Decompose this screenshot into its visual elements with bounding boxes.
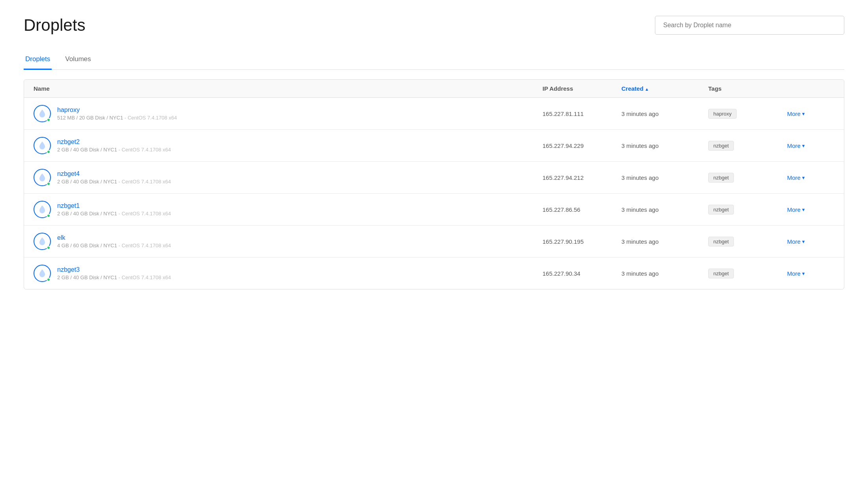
droplet-svg-icon xyxy=(38,109,47,118)
droplet-svg-icon xyxy=(38,173,47,182)
droplet-name[interactable]: nzbget1 xyxy=(57,202,171,209)
droplet-os: - CentOS 7.4.1708 x64 xyxy=(118,211,171,217)
ip-address: 165.227.86.56 xyxy=(542,206,621,213)
droplet-info: haproxy 512 MB / 20 GB Disk / NYC1 - Cen… xyxy=(57,106,177,121)
col-actions xyxy=(787,85,834,92)
status-dot xyxy=(47,214,51,218)
droplet-cell: elk 4 GB / 60 GB Disk / NYC1 - CentOS 7.… xyxy=(34,233,542,250)
ip-address: 165.227.94.229 xyxy=(542,142,621,149)
tags-cell: nzbget xyxy=(708,269,787,278)
page-header: Droplets xyxy=(24,16,844,35)
droplet-info: nzbget1 2 GB / 40 GB Disk / NYC1 - CentO… xyxy=(57,202,171,217)
droplet-cell: nzbget1 2 GB / 40 GB Disk / NYC1 - CentO… xyxy=(34,201,542,218)
actions-cell: More xyxy=(787,238,834,245)
created-time: 3 minutes ago xyxy=(621,270,708,277)
droplet-spec: 2 GB / 40 GB Disk / NYC1 - CentOS 7.4.17… xyxy=(57,274,171,280)
droplet-icon xyxy=(34,105,51,122)
tag-badge[interactable]: nzbget xyxy=(708,205,734,215)
actions-cell: More xyxy=(787,174,834,181)
table-row: nzbget1 2 GB / 40 GB Disk / NYC1 - CentO… xyxy=(24,194,844,226)
ip-address: 165.227.90.34 xyxy=(542,270,621,277)
droplet-name[interactable]: elk xyxy=(57,234,171,241)
tab-volumes[interactable]: Volumes xyxy=(64,50,92,70)
search-input[interactable] xyxy=(655,16,844,35)
created-time: 3 minutes ago xyxy=(621,110,708,117)
droplets-table: Name IP Address Created Tags haproxy 512… xyxy=(24,79,844,289)
col-name: Name xyxy=(34,85,542,92)
actions-cell: More xyxy=(787,270,834,277)
table-row: nzbget3 2 GB / 40 GB Disk / NYC1 - CentO… xyxy=(24,258,844,289)
tags-cell: haproxy xyxy=(708,109,787,119)
more-button[interactable]: More xyxy=(787,142,805,149)
tag-badge[interactable]: nzbget xyxy=(708,269,734,278)
tag-badge[interactable]: nzbget xyxy=(708,237,734,246)
created-time: 3 minutes ago xyxy=(621,206,708,213)
status-dot xyxy=(47,182,51,186)
droplet-cell: haproxy 512 MB / 20 GB Disk / NYC1 - Cen… xyxy=(34,105,542,122)
droplet-os: - CentOS 7.4.1708 x64 xyxy=(118,147,171,153)
created-time: 3 minutes ago xyxy=(621,238,708,245)
tag-badge[interactable]: nzbget xyxy=(708,141,734,151)
table-row: nzbget4 2 GB / 40 GB Disk / NYC1 - CentO… xyxy=(24,162,844,194)
tags-cell: nzbget xyxy=(708,205,787,215)
tag-badge[interactable]: haproxy xyxy=(708,109,737,119)
status-dot xyxy=(47,150,51,154)
created-time: 3 minutes ago xyxy=(621,174,708,181)
actions-cell: More xyxy=(787,142,834,149)
table-body: haproxy 512 MB / 20 GB Disk / NYC1 - Cen… xyxy=(24,98,844,289)
droplet-spec: 4 GB / 60 GB Disk / NYC1 - CentOS 7.4.17… xyxy=(57,243,171,248)
table-row: nzbget2 2 GB / 40 GB Disk / NYC1 - CentO… xyxy=(24,130,844,162)
droplet-os: - CentOS 7.4.1708 x64 xyxy=(118,274,171,280)
created-time: 3 minutes ago xyxy=(621,142,708,149)
droplet-name[interactable]: nzbget3 xyxy=(57,266,171,273)
droplet-os: - CentOS 7.4.1708 x64 xyxy=(125,115,177,121)
droplet-cell: nzbget4 2 GB / 40 GB Disk / NYC1 - CentO… xyxy=(34,169,542,186)
droplet-icon xyxy=(34,169,51,186)
tags-cell: nzbget xyxy=(708,237,787,246)
col-created[interactable]: Created xyxy=(621,85,708,92)
droplet-os: - CentOS 7.4.1708 x64 xyxy=(118,179,171,185)
droplet-info: nzbget2 2 GB / 40 GB Disk / NYC1 - CentO… xyxy=(57,138,171,153)
status-dot xyxy=(47,278,51,282)
tag-badge[interactable]: nzbget xyxy=(708,173,734,183)
droplet-os: - CentOS 7.4.1708 x64 xyxy=(118,243,171,248)
droplet-info: nzbget4 2 GB / 40 GB Disk / NYC1 - CentO… xyxy=(57,170,171,185)
more-button[interactable]: More xyxy=(787,270,805,277)
more-button[interactable]: More xyxy=(787,174,805,181)
droplet-icon xyxy=(34,201,51,218)
droplet-name[interactable]: haproxy xyxy=(57,106,177,114)
actions-cell: More xyxy=(787,206,834,213)
droplet-svg-icon xyxy=(38,237,47,246)
status-dot xyxy=(47,118,51,122)
droplet-svg-icon xyxy=(38,269,47,278)
droplet-spec: 2 GB / 40 GB Disk / NYC1 - CentOS 7.4.17… xyxy=(57,211,171,217)
droplet-name[interactable]: nzbget2 xyxy=(57,138,171,146)
ip-address: 165.227.94.212 xyxy=(542,174,621,181)
more-button[interactable]: More xyxy=(787,238,805,245)
droplet-icon xyxy=(34,137,51,154)
droplet-icon xyxy=(34,265,51,282)
tags-cell: nzbget xyxy=(708,141,787,151)
ip-address: 165.227.81.111 xyxy=(542,110,621,117)
actions-cell: More xyxy=(787,110,834,117)
more-button[interactable]: More xyxy=(787,206,805,213)
tabs: Droplets Volumes xyxy=(24,50,844,70)
table-row: haproxy 512 MB / 20 GB Disk / NYC1 - Cen… xyxy=(24,98,844,130)
more-button[interactable]: More xyxy=(787,110,805,117)
tab-droplets[interactable]: Droplets xyxy=(24,50,52,70)
tags-cell: nzbget xyxy=(708,173,787,183)
col-tags: Tags xyxy=(708,85,787,92)
page-title: Droplets xyxy=(24,16,85,35)
droplet-info: elk 4 GB / 60 GB Disk / NYC1 - CentOS 7.… xyxy=(57,234,171,248)
droplet-svg-icon xyxy=(38,141,47,150)
droplet-svg-icon xyxy=(38,205,47,214)
droplet-info: nzbget3 2 GB / 40 GB Disk / NYC1 - CentO… xyxy=(57,266,171,280)
table-row: elk 4 GB / 60 GB Disk / NYC1 - CentOS 7.… xyxy=(24,226,844,258)
table-header: Name IP Address Created Tags xyxy=(24,80,844,98)
ip-address: 165.227.90.195 xyxy=(542,238,621,245)
droplet-cell: nzbget2 2 GB / 40 GB Disk / NYC1 - CentO… xyxy=(34,137,542,154)
droplet-spec: 512 MB / 20 GB Disk / NYC1 - CentOS 7.4.… xyxy=(57,115,177,121)
droplet-icon xyxy=(34,233,51,250)
status-dot xyxy=(47,246,51,250)
droplet-name[interactable]: nzbget4 xyxy=(57,170,171,177)
